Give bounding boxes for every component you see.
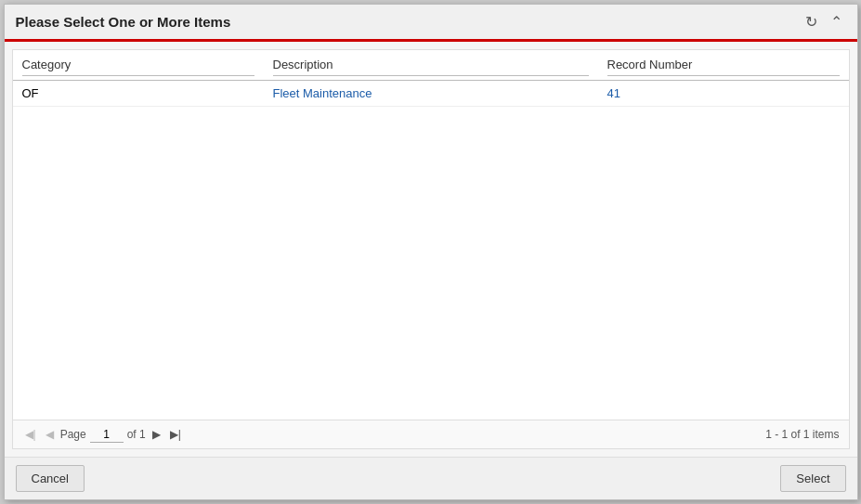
refresh-button[interactable]: ↻ [802,13,821,32]
last-page-button[interactable]: ▶| [167,426,184,443]
of-label: of 1 [127,428,146,441]
dialog-title: Please Select One or More Items [16,14,231,30]
column-header-category: Category [13,50,264,81]
items-table: Category Description Record Number [13,50,849,107]
header-icons: ↻ ⌃ [802,13,846,32]
select-button[interactable]: Select [780,465,845,492]
dialog-body: Category Description Record Number [12,49,850,449]
cell-description[interactable]: Fleet Maintenance [264,81,598,107]
collapse-button[interactable]: ⌃ [827,13,846,32]
cell-record-number[interactable]: 41 [598,81,849,107]
column-header-record-number: Record Number [598,50,849,81]
table-header-row: Category Description Record Number [13,50,849,81]
column-header-description: Description [264,50,598,81]
cell-category: OF [13,81,264,107]
cancel-button[interactable]: Cancel [16,465,85,492]
items-count: 1 - 1 of 1 items [765,428,839,441]
page-input[interactable] [90,427,124,443]
dialog-header: Please Select One or More Items ↻ ⌃ [5,5,857,42]
first-page-button[interactable]: ◀| [22,426,39,443]
page-label: Page [60,428,86,441]
pagination-bar: ◀| ◀ Page of 1 ▶ ▶| 1 - 1 of 1 items [13,420,849,448]
pagination-left: ◀| ◀ Page of 1 ▶ ▶| [22,426,184,443]
select-dialog: Please Select One or More Items ↻ ⌃ Cate… [4,4,858,500]
next-page-button[interactable]: ▶ [150,426,163,443]
table-row[interactable]: OFFleet Maintenance41 [13,81,849,107]
prev-page-button[interactable]: ◀ [43,426,57,443]
dialog-footer: Cancel Select [5,457,857,499]
table-container[interactable]: Category Description Record Number [13,50,849,420]
